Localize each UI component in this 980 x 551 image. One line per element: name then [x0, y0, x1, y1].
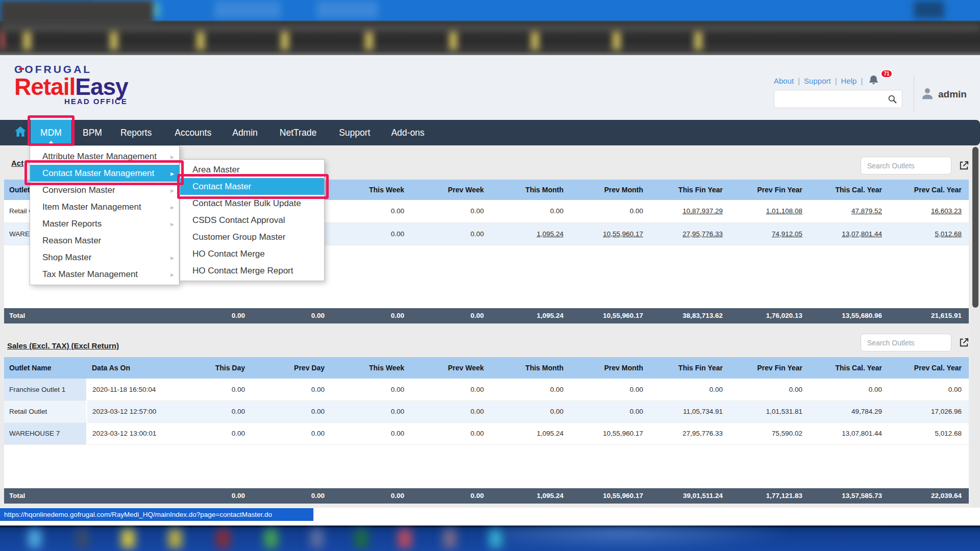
taskbar-icon-blur — [489, 530, 502, 548]
total-value-cell: 0.00 — [332, 308, 411, 323]
nav-item-support[interactable]: Support — [339, 120, 370, 145]
total-spacer — [87, 308, 173, 323]
nav-item-nettrade[interactable]: NetTrade — [280, 120, 316, 145]
search-outlets-input[interactable] — [861, 334, 951, 352]
total-value-cell: 38,83,713.62 — [650, 308, 730, 323]
value-link[interactable]: 10,55,960.17 — [571, 222, 650, 245]
username-label[interactable]: admin — [938, 89, 967, 100]
column-header-prev-week: Prev Week — [411, 357, 491, 379]
outlet-name-cell: Retail Outlet — [4, 400, 87, 422]
menu-item-label: Contact Master — [192, 182, 319, 192]
taskbar-icon-blur — [76, 530, 89, 548]
value-cell: 0.00 — [810, 379, 889, 400]
value-cell: 10,55,960.17 — [571, 422, 650, 444]
table1-search — [861, 157, 970, 175]
submenu-arrow-icon: ▸ — [170, 220, 174, 228]
value-link[interactable]: 5,012.68 — [889, 222, 969, 245]
value-cell: 0.00 — [491, 379, 571, 400]
scrollbar-track[interactable] — [971, 145, 980, 508]
bookmark-icon-blur — [365, 32, 373, 50]
notification-badge[interactable]: 71 — [880, 69, 893, 78]
value-cell: 75,590.02 — [730, 422, 810, 444]
menu-item-contact-master-management[interactable]: Contact Master Management▸ — [30, 165, 179, 182]
outlets-table-2: Outlet NameData As OnThis DayPrev DayThi… — [4, 357, 969, 504]
value-cell: 0.00 — [411, 400, 491, 422]
value-link[interactable]: 74,912.05 — [730, 222, 810, 245]
table2-search — [861, 334, 970, 352]
header-divider — [914, 76, 914, 112]
value-cell: 1,01,531.81 — [730, 400, 810, 422]
submenu-arrow-icon: ▸ — [170, 186, 174, 194]
menu-item-contact-master[interactable]: Contact Master — [180, 178, 324, 195]
value-link[interactable]: 13,07,801.44 — [810, 222, 889, 245]
home-icon[interactable] — [10, 125, 31, 140]
global-search-input[interactable] — [779, 92, 881, 106]
column-header-prev-week: Prev Week — [411, 180, 491, 200]
open-in-new-icon[interactable] — [958, 160, 970, 173]
value-link[interactable]: 47,879.52 — [810, 200, 889, 222]
taskbar-icon-blur — [216, 530, 230, 548]
data-as-on-cell: 2020-11-18 16:50:04 — [87, 379, 173, 400]
nav-item-bpm[interactable]: BPM — [83, 120, 102, 145]
bookmark-icon-blur — [612, 32, 621, 50]
value-link[interactable]: 1,01,108.08 — [730, 200, 810, 222]
nav-item-add-ons[interactable]: Add-ons — [391, 120, 424, 145]
mdm-dropdown-menu: Attribute Master Management▸Contact Mast… — [30, 145, 180, 285]
bookmark-icon-blur — [0, 32, 5, 49]
menu-item-customer-group-master[interactable]: Customer Group Master — [180, 229, 324, 245]
value-cell: 13,07,801.44 — [810, 422, 889, 444]
value-cell: 0.00 — [650, 379, 730, 400]
menu-item-ho-contact-merge-report[interactable]: HO Contact Merge Report — [180, 262, 324, 279]
header-link-about[interactable]: About — [774, 77, 794, 85]
nav-item-mdm[interactable]: MDM — [31, 120, 71, 145]
user-avatar-icon[interactable] — [920, 86, 935, 103]
logo-subtitle: HEAD OFFICE — [64, 97, 128, 106]
nav-item-admin[interactable]: Admin — [232, 120, 258, 145]
bell-icon[interactable] — [868, 74, 879, 88]
outlet-name-cell: Franchise Outlet 1 — [4, 379, 87, 400]
search-icon[interactable] — [887, 94, 898, 107]
total-row: Total0.000.000.000.001,095.2410,55,960.1… — [4, 488, 969, 504]
taskbar-icon-blur — [264, 530, 278, 548]
menu-item-attribute-master-management[interactable]: Attribute Master Management▸ — [30, 148, 179, 165]
menu-item-conversion-master[interactable]: Conversion Master▸ — [30, 182, 179, 198]
bookmark-icon-blur — [531, 32, 539, 50]
total-value-cell: 39,01,511.24 — [650, 488, 730, 504]
nav-item-reports[interactable]: Reports — [120, 120, 152, 145]
bookmark-icon-blur — [449, 32, 457, 50]
status-bar-link: https://hqonlinedemo.gofrugal.com/RayMed… — [0, 508, 313, 521]
taskbar-icon-blur — [443, 530, 456, 548]
value-cell: 0.00 — [889, 379, 969, 400]
value-cell: 1,095.24 — [491, 422, 571, 444]
value-link[interactable]: 10,87,937.29 — [650, 200, 730, 222]
menu-item-label: CSDS Contact Approval — [192, 215, 319, 226]
menu-item-item-master-management[interactable]: Item Master Management▸ — [30, 198, 179, 215]
search-outlets-input[interactable] — [861, 157, 951, 174]
total-value-cell: 0.00 — [411, 488, 491, 504]
value-cell: 0.00 — [332, 379, 411, 400]
value-link[interactable]: 1,095.24 — [491, 222, 571, 245]
total-value-cell: 22,039.64 — [889, 488, 969, 504]
column-header-data-as-on: Data As On — [87, 357, 173, 379]
menu-item-area-master[interactable]: Area Master — [180, 161, 324, 178]
column-header-this-week: This Week — [332, 357, 411, 379]
taskbar-icon-blur — [28, 530, 41, 548]
taskbar-glow — [505, 525, 796, 551]
menu-item-ho-contact-merge[interactable]: HO Contact Merge — [180, 245, 324, 262]
link-separator: | — [798, 77, 800, 85]
header-link-help[interactable]: Help — [841, 77, 857, 85]
total-value-cell: 0.00 — [173, 488, 252, 504]
scrollbar-thumb[interactable] — [972, 147, 978, 308]
menu-item-tax-master-management[interactable]: Tax Master Management▸ — [30, 266, 179, 283]
menu-item-contact-master-bulk-update[interactable]: Contact Master Bulk Update — [180, 195, 324, 212]
header-link-support[interactable]: Support — [804, 77, 831, 85]
nav-item-accounts[interactable]: Accounts — [175, 120, 211, 145]
value-link[interactable]: 27,95,776.33 — [650, 222, 730, 245]
total-value-cell: 21,615.91 — [889, 308, 969, 323]
value-link[interactable]: 16,603.23 — [889, 200, 969, 222]
open-in-new-icon[interactable] — [958, 337, 970, 350]
menu-item-shop-master[interactable]: Shop Master▸ — [30, 249, 179, 266]
menu-item-reason-master[interactable]: Reason Master — [30, 232, 179, 249]
menu-item-master-reports[interactable]: Master Reports▸ — [30, 215, 179, 232]
menu-item-csds-contact-approval[interactable]: CSDS Contact Approval — [180, 212, 324, 229]
